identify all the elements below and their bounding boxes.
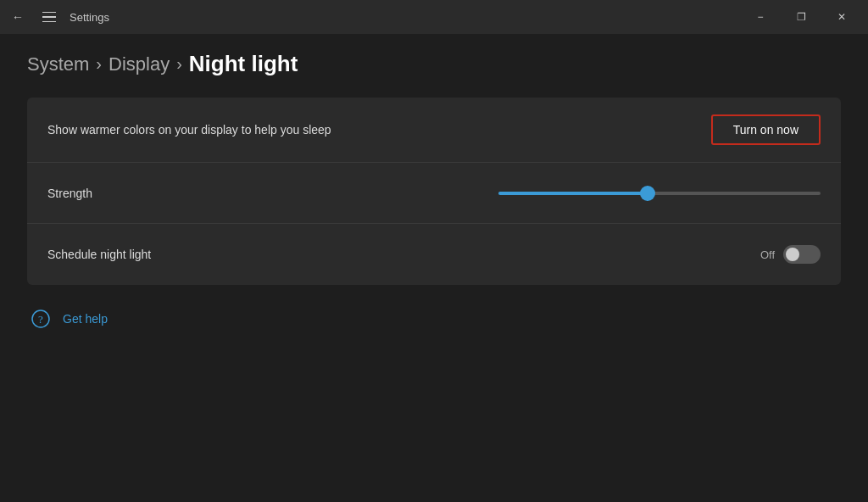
schedule-toggle[interactable] — [783, 245, 821, 264]
minimize-button[interactable]: − — [741, 3, 780, 31]
title-bar-left: ← Settings — [7, 5, 109, 29]
get-help-icon: ? — [27, 305, 54, 332]
strength-slider-container — [498, 192, 821, 195]
toggle-track — [783, 245, 821, 264]
turn-on-description: Show warmer colors on your display to he… — [47, 123, 331, 137]
svg-text:?: ? — [38, 313, 43, 326]
schedule-row: Schedule night light Off — [27, 224, 841, 285]
breadcrumb: System › Display › Night light — [27, 51, 841, 77]
get-help-section[interactable]: ? Get help — [27, 305, 841, 332]
turn-on-button[interactable]: Turn on now — [711, 114, 821, 145]
hamburger-icon[interactable] — [37, 7, 61, 28]
toggle-state-label: Off — [760, 248, 775, 261]
turn-on-row: Show warmer colors on your display to he… — [27, 98, 841, 163]
app-title: Settings — [70, 11, 109, 24]
breadcrumb-system[interactable]: System — [27, 53, 89, 75]
title-bar: ← Settings − ❐ ✕ — [0, 0, 868, 34]
breadcrumb-display[interactable]: Display — [108, 53, 170, 75]
breadcrumb-sep2: › — [176, 54, 182, 74]
content-area: System › Display › Night light Show warm… — [0, 34, 868, 360]
title-bar-controls: − ❐ ✕ — [741, 3, 861, 31]
maximize-button[interactable]: ❐ — [782, 3, 821, 31]
strength-row: Strength — [27, 163, 841, 224]
settings-card: Show warmer colors on your display to he… — [27, 98, 841, 285]
strength-label: Strength — [47, 187, 92, 200]
breadcrumb-sep1: › — [96, 54, 102, 74]
breadcrumb-night-light: Night light — [189, 51, 298, 77]
get-help-label[interactable]: Get help — [63, 312, 108, 326]
strength-slider[interactable] — [498, 192, 821, 195]
schedule-label: Schedule night light — [47, 248, 151, 261]
back-icon[interactable]: ← — [7, 5, 29, 29]
close-button[interactable]: ✕ — [822, 3, 861, 31]
schedule-toggle-container: Off — [760, 245, 821, 264]
